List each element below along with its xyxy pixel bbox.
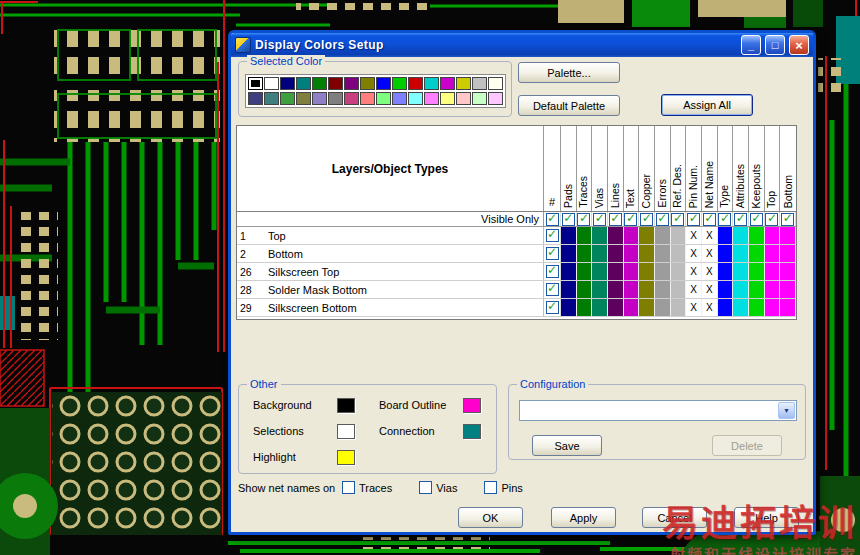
palette-swatch[interactable] — [360, 77, 375, 90]
layer-color-cell[interactable] — [624, 299, 640, 316]
palette-swatch[interactable] — [488, 92, 503, 105]
layer-color-cell[interactable] — [624, 263, 640, 280]
layer-color-cell[interactable] — [608, 227, 624, 244]
layer-color-cell[interactable] — [733, 281, 749, 298]
layer-color-cell[interactable] — [561, 281, 577, 298]
layer-color-cell[interactable] — [655, 227, 671, 244]
layer-color-cell[interactable]: X — [686, 299, 702, 316]
layer-color-cell[interactable] — [608, 263, 624, 280]
layer-color-cell[interactable] — [577, 245, 593, 262]
palette-swatch[interactable] — [440, 77, 455, 90]
layer-color-cell[interactable] — [577, 281, 593, 298]
ok-button[interactable]: OK — [458, 507, 523, 528]
layer-color-cell[interactable] — [592, 299, 608, 316]
palette-swatch[interactable] — [264, 77, 279, 90]
palette-swatch[interactable] — [408, 77, 423, 90]
layer-color-cell[interactable] — [655, 263, 671, 280]
layer-color-cell[interactable] — [780, 227, 796, 244]
palette-swatch[interactable] — [328, 77, 343, 90]
layer-color-cell[interactable] — [749, 227, 765, 244]
net-names-option[interactable]: Traces — [342, 481, 392, 494]
layer-color-cell[interactable] — [608, 281, 624, 298]
checkbox[interactable]: ✓ — [734, 213, 747, 226]
layer-color-cell[interactable] — [780, 299, 796, 316]
checkbox[interactable]: ✓ — [703, 213, 716, 226]
checkbox[interactable]: ✓ — [656, 213, 669, 226]
assign-all-button[interactable]: Assign All — [661, 94, 753, 116]
layer-color-cell[interactable] — [577, 299, 593, 316]
palette-swatch[interactable] — [424, 77, 439, 90]
layer-color-cell[interactable] — [655, 281, 671, 298]
table-row[interactable]: 1Top✓XX — [237, 227, 796, 245]
palette-swatch[interactable] — [312, 92, 327, 105]
configuration-combobox[interactable]: ▼ — [519, 400, 797, 421]
layer-color-cell[interactable]: X — [702, 245, 718, 262]
palette-swatch[interactable] — [328, 92, 343, 105]
layer-color-cell[interactable] — [671, 263, 687, 280]
checkbox[interactable]: ✓ — [640, 213, 653, 226]
layer-color-cell[interactable] — [561, 299, 577, 316]
net-names-option[interactable]: Vias — [419, 481, 457, 494]
checkbox[interactable]: ✓ — [687, 213, 700, 226]
palette-swatch[interactable] — [424, 92, 439, 105]
layer-color-cell[interactable] — [655, 299, 671, 316]
layer-color-cell[interactable]: X — [702, 263, 718, 280]
layer-color-cell[interactable] — [671, 281, 687, 298]
palette-swatch[interactable] — [472, 77, 487, 90]
layer-color-cell[interactable] — [765, 227, 781, 244]
layer-color-cell[interactable] — [718, 245, 734, 262]
palette-swatch[interactable] — [264, 92, 279, 105]
layer-color-cell[interactable] — [639, 245, 655, 262]
layer-color-cell[interactable] — [639, 227, 655, 244]
layer-color-cell[interactable] — [577, 263, 593, 280]
checkbox[interactable]: ✓ — [609, 213, 622, 226]
palette-button[interactable]: Palette... — [518, 62, 620, 83]
layer-color-cell[interactable] — [671, 245, 687, 262]
palette-swatch[interactable] — [280, 92, 295, 105]
table-row[interactable]: 26Silkscreen Top✓XX — [237, 263, 796, 281]
layer-color-cell[interactable] — [592, 227, 608, 244]
layer-color-cell[interactable] — [639, 299, 655, 316]
layer-color-cell[interactable] — [561, 263, 577, 280]
checkbox[interactable]: ✓ — [765, 213, 778, 226]
layer-color-cell[interactable] — [733, 245, 749, 262]
close-icon[interactable]: × — [789, 35, 809, 55]
layer-visible-cell[interactable]: ✓ — [544, 281, 561, 298]
checkbox[interactable]: ✓ — [546, 229, 559, 242]
checkbox[interactable]: ✓ — [546, 265, 559, 278]
palette-swatch[interactable] — [296, 92, 311, 105]
apply-button[interactable]: Apply — [551, 507, 616, 528]
checkbox[interactable] — [419, 481, 432, 494]
checkbox[interactable]: ✓ — [671, 213, 684, 226]
checkbox[interactable] — [484, 481, 497, 494]
palette-swatch[interactable] — [488, 77, 503, 90]
layer-color-cell[interactable] — [749, 263, 765, 280]
layer-color-cell[interactable] — [561, 227, 577, 244]
layer-color-cell[interactable] — [718, 299, 734, 316]
layer-visible-cell[interactable]: ✓ — [544, 299, 561, 316]
layer-color-cell[interactable] — [780, 281, 796, 298]
palette-swatch[interactable] — [472, 92, 487, 105]
layer-visible-cell[interactable]: ✓ — [544, 263, 561, 280]
table-row[interactable]: 29Silkscreen Bottom✓XX — [237, 299, 796, 317]
layer-color-cell[interactable] — [718, 227, 734, 244]
layer-color-cell[interactable] — [561, 245, 577, 262]
default-palette-button[interactable]: Default Palette — [518, 95, 620, 116]
layer-color-cell[interactable] — [671, 227, 687, 244]
layer-color-cell[interactable] — [655, 245, 671, 262]
table-row[interactable]: 28Solder Mask Bottom✓XX — [237, 281, 796, 299]
save-button[interactable]: Save — [532, 435, 602, 456]
checkbox[interactable]: ✓ — [577, 213, 590, 226]
color-swatch-button[interactable] — [337, 398, 355, 413]
layer-color-cell[interactable] — [639, 281, 655, 298]
palette-swatch[interactable] — [440, 92, 455, 105]
layer-color-cell[interactable] — [733, 299, 749, 316]
color-swatch-button[interactable] — [337, 424, 355, 439]
checkbox[interactable] — [342, 481, 355, 494]
palette-swatch[interactable] — [280, 77, 295, 90]
help-button[interactable]: Help — [734, 507, 799, 528]
checkbox[interactable]: ✓ — [546, 301, 559, 314]
layer-color-cell[interactable] — [592, 245, 608, 262]
checkbox[interactable]: ✓ — [718, 213, 731, 226]
palette-swatch[interactable] — [392, 92, 407, 105]
